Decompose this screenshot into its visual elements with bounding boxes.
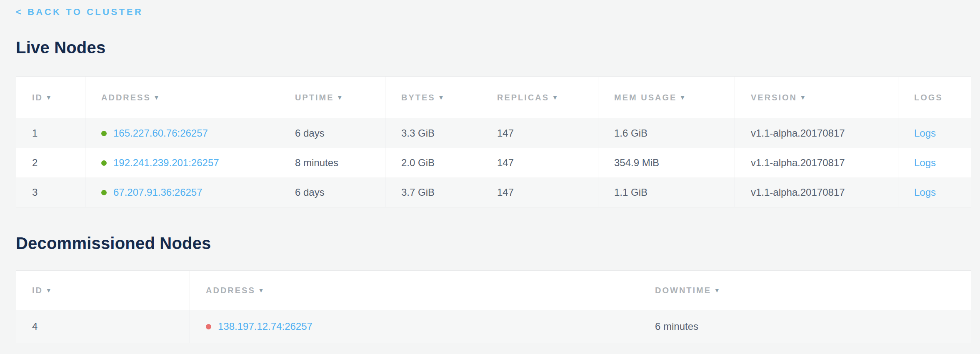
node-address-link[interactable]: 138.197.12.74:26257 — [218, 321, 312, 332]
column-header-id[interactable]: ID▾ — [16, 271, 190, 311]
column-header-version[interactable]: VERSION▾ — [735, 77, 898, 119]
column-header-address[interactable]: ADDRESS▾ — [85, 77, 279, 119]
column-header-label: LOGS — [914, 93, 943, 102]
node-id-cell: 3 — [16, 177, 85, 207]
live-node-row: 2 192.241.239.201:26257 8 minutes 2.0 Gi… — [16, 148, 971, 177]
node-logs-cell: Logs — [898, 118, 971, 148]
sort-arrow-icon: ▾ — [155, 94, 158, 101]
decommissioned-node-row: 4 138.197.12.74:26257 6 minutes — [16, 310, 971, 343]
column-header-label: ADDRESS — [101, 93, 151, 102]
decommissioned-nodes-title: Decommissioned Nodes — [16, 234, 980, 253]
node-id-cell: 4 — [16, 310, 190, 343]
node-id-cell: 1 — [16, 118, 85, 148]
sort-arrow-icon: ▾ — [338, 94, 342, 101]
sort-arrow-icon: ▾ — [260, 287, 263, 294]
column-header-uptime[interactable]: UPTIME▾ — [279, 77, 385, 119]
node-logs-link[interactable]: Logs — [914, 157, 936, 168]
node-replicas-cell: 147 — [481, 118, 598, 148]
node-uptime-cell: 6 days — [279, 177, 385, 207]
live-node-row: 1 165.227.60.76:26257 6 days 3.3 GiB 147… — [16, 118, 971, 148]
column-header-address[interactable]: ADDRESS▾ — [190, 271, 639, 311]
decommissioned-nodes-table: ID▾ ADDRESS▾ DOWNTIME▾ 4 138.197.12.74:2… — [16, 270, 971, 343]
live-node-row: 3 67.207.91.36:26257 6 days 3.7 GiB 147 … — [16, 177, 971, 207]
node-id-cell: 2 — [16, 148, 85, 177]
column-header-label: ADDRESS — [206, 286, 255, 295]
decommissioned-status-icon — [206, 324, 211, 329]
column-header-label: UPTIME — [295, 93, 334, 102]
node-logs-link[interactable]: Logs — [914, 187, 936, 198]
sort-arrow-icon: ▾ — [681, 94, 684, 101]
node-version-cell: v1.1-alpha.20170817 — [735, 177, 898, 207]
column-header-label: ID — [32, 286, 43, 295]
node-logs-cell: Logs — [898, 177, 971, 207]
node-bytes-cell: 2.0 GiB — [385, 148, 481, 177]
decommissioned-table-header-row: ID▾ ADDRESS▾ DOWNTIME▾ — [16, 271, 971, 311]
sort-arrow-icon: ▾ — [553, 94, 557, 101]
node-address-cell: 67.207.91.36:26257 — [85, 177, 279, 207]
node-logs-cell: Logs — [898, 148, 971, 177]
column-header-label: VERSION — [751, 93, 797, 102]
node-bytes-cell: 3.7 GiB — [385, 177, 481, 207]
node-address-cell: 165.227.60.76:26257 — [85, 118, 279, 148]
node-logs-link[interactable]: Logs — [914, 127, 936, 139]
node-mem-usage-cell: 1.1 GiB — [598, 177, 735, 207]
node-address-cell: 138.197.12.74:26257 — [190, 310, 639, 343]
node-list-page: < BACK TO CLUSTER Live Nodes ID▾ ADDRESS… — [0, 0, 980, 343]
live-status-icon — [101, 190, 107, 195]
live-status-icon — [101, 160, 107, 166]
live-status-icon — [101, 131, 107, 136]
column-header-replicas[interactable]: REPLICAS▾ — [481, 77, 598, 119]
column-header-downtime[interactable]: DOWNTIME▾ — [639, 271, 971, 311]
sort-arrow-icon: ▾ — [47, 287, 50, 294]
column-header-id[interactable]: ID▾ — [16, 77, 85, 119]
sort-arrow-icon: ▾ — [47, 94, 50, 101]
node-version-cell: v1.1-alpha.20170817 — [735, 118, 898, 148]
node-mem-usage-cell: 354.9 MiB — [598, 148, 735, 177]
sort-arrow-icon: ▾ — [440, 94, 443, 101]
sort-arrow-icon: ▾ — [801, 94, 805, 101]
column-header-label: BYTES — [401, 93, 435, 102]
node-version-cell: v1.1-alpha.20170817 — [735, 148, 898, 177]
sort-arrow-icon: ▾ — [715, 287, 719, 294]
column-header-logs: LOGS — [898, 77, 971, 119]
node-address-cell: 192.241.239.201:26257 — [85, 148, 279, 177]
column-header-bytes[interactable]: BYTES▾ — [385, 77, 481, 119]
node-uptime-cell: 6 days — [279, 118, 385, 148]
node-address-link[interactable]: 165.227.60.76:26257 — [113, 127, 208, 139]
node-replicas-cell: 147 — [481, 148, 598, 177]
back-to-cluster-link[interactable]: < BACK TO CLUSTER — [16, 7, 143, 17]
column-header-label: ID — [32, 93, 43, 102]
column-header-label: MEM USAGE — [614, 93, 677, 102]
node-replicas-cell: 147 — [481, 177, 598, 207]
live-nodes-title: Live Nodes — [16, 38, 980, 57]
live-nodes-table: ID▾ ADDRESS▾ UPTIME▾ BYTES▾ REPLICAS▾ ME… — [16, 76, 971, 207]
column-header-label: DOWNTIME — [655, 286, 711, 295]
node-mem-usage-cell: 1.6 GiB — [598, 118, 735, 148]
node-downtime-cell: 6 minutes — [639, 310, 971, 343]
live-table-header-row: ID▾ ADDRESS▾ UPTIME▾ BYTES▾ REPLICAS▾ ME… — [16, 77, 971, 119]
node-uptime-cell: 8 minutes — [279, 148, 385, 177]
column-header-mem-usage[interactable]: MEM USAGE▾ — [598, 77, 735, 119]
node-address-link[interactable]: 67.207.91.36:26257 — [113, 187, 202, 198]
node-address-link[interactable]: 192.241.239.201:26257 — [113, 157, 219, 168]
column-header-label: REPLICAS — [497, 93, 549, 102]
node-bytes-cell: 3.3 GiB — [385, 118, 481, 148]
